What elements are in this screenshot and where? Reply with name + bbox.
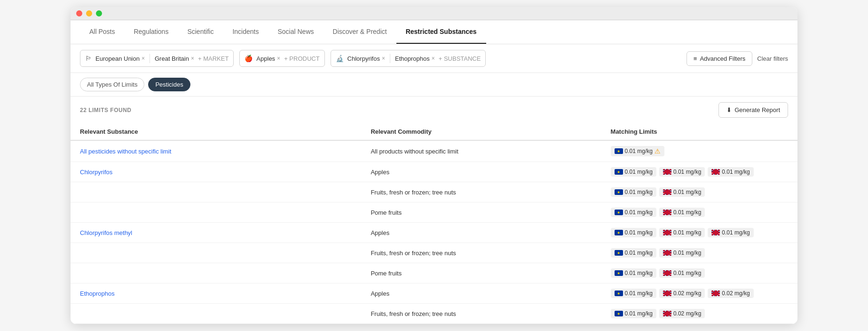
limit-value: 0.01 mg/kg [722,229,750,236]
limit-badge[interactable]: ★0.01 mg/kg [611,228,656,237]
limit-value: 0.02 mg/kg [673,310,701,317]
close-dot[interactable] [76,10,82,16]
limit-badge[interactable]: 0.02 mg/kg [659,309,705,318]
tab-regulations[interactable]: Regulations [124,20,178,44]
download-icon: ⬇ [726,106,732,113]
limit-badge[interactable]: ★0.01 mg/kg [611,309,656,318]
limit-value: 0.01 mg/kg [673,209,701,216]
gb-flag-icon [711,230,720,235]
limit-badge[interactable]: ★0.01 mg/kg [611,187,656,197]
cell-limits: ★0.01 mg/kg0.02 mg/kg0.02 mg/kg [601,283,797,304]
advanced-filters-button[interactable]: ≡ Advanced Filters [687,51,752,66]
generate-report-label: Generate Report [734,106,780,113]
limit-badge[interactable]: 0.01 mg/kg [659,187,705,197]
limit-badge[interactable]: ★0.01 mg/kg [611,208,656,217]
limit-badge[interactable]: 0.02 mg/kg [708,289,753,298]
remove-chlorpyrifos-tag[interactable]: × [382,55,385,62]
filter-actions: ≡ Advanced Filters Clear filters [687,51,788,66]
limit-value: 0.02 mg/kg [722,290,750,297]
eu-flag-icon: ★ [615,189,623,195]
cell-substance: Chlorpyrifos methyl [71,223,361,243]
add-market-button[interactable]: + MARKET [198,55,229,62]
limit-badge[interactable]: 0.01 mg/kg [659,268,705,278]
warning-icon: ⚠ [655,147,661,155]
cell-substance [71,263,361,283]
sep2 [390,54,390,63]
product-filter-group: 🍎 Apples × + PRODUCT [239,50,324,67]
gb-flag-icon [711,291,720,296]
gb-flag-icon [663,311,671,316]
cell-commodity: Fruits, fresh or frozen; tree nuts [361,182,601,202]
table-row: EthoprophosApples★0.01 mg/kg0.02 mg/kg0.… [71,283,797,304]
limit-badge[interactable]: ★0.01 mg/kg [611,289,656,298]
cell-substance: All pesticides without specific limit [71,140,361,162]
tab-all-posts[interactable]: All Posts [80,20,124,44]
limit-value: 0.01 mg/kg [722,169,750,175]
maximize-dot[interactable] [96,10,102,16]
filter-bar: 🏳 European Union × Great Britain × + MAR… [71,44,797,73]
sep1 [150,54,150,63]
limit-badge[interactable]: 0.01 mg/kg [659,167,705,177]
tab-scientific[interactable]: Scientific [178,20,223,44]
table-container: Relevant Substance Relevant Commodity Ma… [71,123,797,324]
limit-value: 0.01 mg/kg [625,250,653,256]
table-row: Pome fruits★0.01 mg/kg0.01 mg/kg [71,202,797,223]
limit-value: 0.01 mg/kg [625,148,653,154]
cell-limits: ★0.01 mg/kg0.01 mg/kg [601,202,797,223]
limit-badge[interactable]: 0.01 mg/kg [708,167,753,177]
limit-value: 0.01 mg/kg [625,189,653,195]
eu-flag-icon: ★ [615,230,623,235]
limit-value: 0.01 mg/kg [625,290,653,297]
limit-badge[interactable]: ★0.01 mg/kg⚠ [611,146,664,156]
add-substance-button[interactable]: + SUBSTANCE [439,55,481,62]
gb-flag-icon [711,169,720,175]
minimize-dot[interactable] [86,10,92,16]
tab-social-news[interactable]: Social News [268,20,323,44]
substance-link[interactable]: All pesticides without specific limit [80,148,171,155]
limit-badge[interactable]: 0.02 mg/kg [659,289,705,298]
cell-limits: ★0.01 mg/kg0.01 mg/kg0.01 mg/kg [601,223,797,243]
clear-filters-button[interactable]: Clear filters [757,55,788,62]
eu-flag-icon: ★ [615,210,623,215]
limit-value: 0.02 mg/kg [673,290,701,297]
eu-flag-icon: ★ [615,169,623,175]
product-icon: 🍎 [245,55,253,62]
generate-report-button[interactable]: ⬇ Generate Report [718,102,788,118]
col-header-substance: Relevant Substance [71,123,361,140]
cell-commodity: Fruits, fresh or frozen; tree nuts [361,304,601,324]
limit-badge[interactable]: ★0.01 mg/kg [611,248,656,258]
cell-substance [71,182,361,202]
cell-substance: Ethoprophos [71,283,361,304]
results-header: 22 LIMITS FOUND ⬇ Generate Report [71,97,797,123]
substance-link[interactable]: Ethoprophos [80,290,115,297]
limit-badge[interactable]: 0.01 mg/kg [659,228,705,237]
market-icon: 🏳 [85,55,92,62]
gb-flag-icon [663,270,671,276]
limit-badge[interactable]: 0.01 mg/kg [708,228,753,237]
gb-flag-icon [663,210,671,215]
remove-apples-tag[interactable]: × [277,55,280,62]
cell-commodity: Apples [361,283,601,304]
product-tag-apples: Apples × [256,55,280,62]
add-product-button[interactable]: + PRODUCT [284,55,319,62]
remove-eu-tag[interactable]: × [142,55,145,62]
limit-badge[interactable]: ★0.01 mg/kg [611,268,656,278]
table-row: All pesticides without specific limitAll… [71,140,797,162]
pill-pesticides[interactable]: Pesticides [148,78,190,91]
limit-badge[interactable]: 0.01 mg/kg [659,208,705,217]
pill-all-types[interactable]: All Types Of Limits [80,78,144,91]
substance-link[interactable]: Chlorpyrifos methyl [80,229,132,236]
table-row: Pome fruits★0.01 mg/kg0.01 mg/kg [71,263,797,283]
tab-incidents[interactable]: Incidents [223,20,268,44]
tab-discover-predict[interactable]: Discover & Predict [324,20,396,44]
cell-limits: ★0.01 mg/kg0.01 mg/kg [601,263,797,283]
limit-badge[interactable]: ★0.01 mg/kg [611,167,656,177]
substance-link[interactable]: Chlorpyrifos [80,169,112,176]
table-row: Fruits, fresh or frozen; tree nuts★0.01 … [71,304,797,324]
remove-gb-tag[interactable]: × [191,55,194,62]
market-tag-eu: European Union × [95,55,145,62]
app-window: All Posts Regulations Scientific Inciden… [71,7,797,324]
tab-restricted-substances[interactable]: Restricted Substances [396,20,486,44]
limit-badge[interactable]: 0.01 mg/kg [659,248,705,258]
remove-ethoprophos-tag[interactable]: × [432,55,435,62]
